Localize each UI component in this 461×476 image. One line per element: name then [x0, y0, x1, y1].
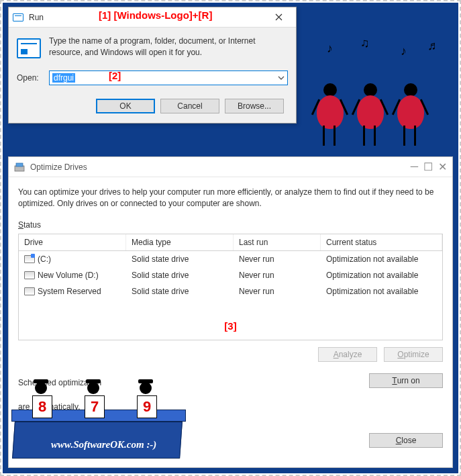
optimize-icon: [14, 162, 25, 173]
minimize-icon[interactable]: ─: [411, 160, 418, 173]
open-input[interactable]: dfrgui: [49, 70, 288, 85]
drive-icon: [24, 271, 35, 279]
score-card: 8: [32, 395, 52, 418]
turn-on-button[interactable]: Turn on: [369, 373, 443, 388]
analyze-button: Analyze: [318, 347, 377, 362]
website-watermark: www.SoftwareOK.com :-): [51, 439, 156, 450]
drive-table: Drive Media type Last run Current status…: [18, 234, 443, 340]
table-header[interactable]: Drive Media type Last run Current status: [19, 234, 442, 251]
cancel-button[interactable]: Cancel: [160, 99, 219, 113]
svg-rect-1: [16, 163, 23, 166]
annotation-3: [3]: [224, 320, 236, 332]
col-status[interactable]: Current status: [321, 234, 442, 250]
optimize-intro: You can optimize your drives to help you…: [18, 187, 443, 209]
annotation-2: [2]: [109, 70, 121, 81]
run-description: Type the name of a program, folder, docu…: [49, 36, 288, 58]
decorative-choir: ♪ ♫ ♪ ♬: [307, 42, 454, 156]
table-row[interactable]: New Volume (D:) Solid state drive Never …: [19, 267, 442, 283]
open-input-value: dfrgui: [52, 73, 75, 83]
run-app-icon: [17, 38, 41, 58]
close-icon[interactable]: [265, 8, 292, 27]
run-dialog: Run Type the name of a program, folder, …: [8, 7, 297, 124]
close-button[interactable]: Close: [369, 433, 443, 448]
table-row[interactable]: System Reserved Solid state drive Never …: [19, 283, 442, 299]
optimize-title-text: Optimize Drives: [30, 162, 87, 172]
status-label: Status: [18, 220, 443, 230]
run-icon: [13, 13, 23, 21]
col-drive[interactable]: Drive: [19, 234, 126, 250]
drive-icon: [24, 255, 35, 263]
optimize-button: Optimize: [384, 347, 443, 362]
score-card: 7: [85, 395, 105, 418]
score-card: 9: [137, 395, 157, 418]
optimize-titlebar[interactable]: Optimize Drives ─ ☐ ✕: [9, 157, 452, 177]
browse-button[interactable]: Browse...: [225, 99, 284, 113]
open-label: Open:: [17, 73, 42, 83]
chevron-down-icon[interactable]: [278, 74, 285, 83]
run-title-text: Run: [29, 13, 44, 22]
table-row[interactable]: (C:) Solid state drive Never run Optimiz…: [19, 251, 442, 267]
close-icon[interactable]: ✕: [438, 160, 447, 173]
decorative-judges: 8 7 9 www.SoftwareOK.com :-): [13, 371, 188, 459]
col-last[interactable]: Last run: [234, 234, 321, 250]
annotation-1: [1] [Windows-Logo]+[R]: [99, 9, 212, 21]
maximize-icon[interactable]: ☐: [423, 160, 433, 173]
col-media[interactable]: Media type: [126, 234, 234, 250]
drive-icon: [24, 287, 35, 295]
ok-button[interactable]: OK: [96, 99, 155, 113]
